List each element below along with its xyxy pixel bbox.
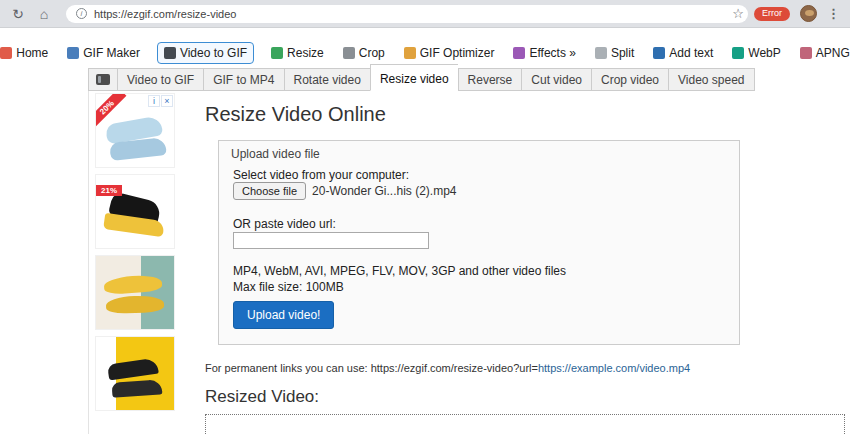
- webp-icon: [732, 47, 744, 59]
- nav-item-add-text[interactable]: Add text: [651, 43, 715, 63]
- address-bar[interactable]: i https://ezgif.com/resize-video: [66, 5, 748, 23]
- supported-formats-text: MP4, WebM, AVI, MPEG, FLV, MOV, 3GP and …: [233, 264, 566, 278]
- shoe-image: [107, 358, 159, 381]
- url-text[interactable]: https://ezgif.com/resize-video: [94, 8, 236, 20]
- ad-close-icon[interactable]: ×: [161, 95, 173, 107]
- nav-item-effects[interactable]: Effects »: [511, 43, 577, 63]
- site-info-icon[interactable]: i: [76, 8, 87, 19]
- nav-item-webp[interactable]: WebP: [730, 43, 782, 63]
- ad-image-yellow-heels[interactable]: 21%: [95, 174, 175, 249]
- add-text-icon: [653, 47, 665, 59]
- permanent-links-text: For permanent links you can use: https:/…: [205, 362, 690, 374]
- ad-sidebar: 20% i × 21%: [95, 93, 175, 411]
- upload-fieldset: Upload video file Select video from your…: [218, 140, 740, 345]
- content-divider: [88, 91, 89, 434]
- tab-cut-video[interactable]: Cut video: [521, 68, 591, 91]
- nav-label: Home: [16, 46, 48, 60]
- crop-icon: [343, 47, 355, 59]
- tab-reverse[interactable]: Reverse: [458, 68, 522, 91]
- nav-label: Effects »: [529, 46, 575, 60]
- nav-label: Crop: [359, 46, 385, 60]
- resized-video-title: Resized Video:: [205, 387, 319, 407]
- nav-label: APNG: [816, 46, 850, 60]
- nav-item-crop[interactable]: Crop: [341, 43, 387, 63]
- tool-tabs: Video to GIF GIF to MP4 Rotate video Res…: [88, 64, 755, 91]
- bookmark-star-icon[interactable]: ☆: [732, 6, 744, 21]
- discount-badge: 21%: [96, 185, 122, 196]
- optimizer-icon: [404, 47, 416, 59]
- nav-item-resize[interactable]: Resize: [269, 43, 326, 63]
- nav-label: Video to GIF: [180, 46, 247, 60]
- ad-info-icon[interactable]: i: [148, 95, 160, 107]
- permanent-links-prefix: For permanent links you can use: https:/…: [205, 362, 538, 374]
- upload-video-button[interactable]: Upload video!: [233, 301, 334, 329]
- fieldset-legend: Upload video file: [231, 147, 320, 161]
- video-url-input[interactable]: [233, 232, 429, 249]
- split-icon: [595, 47, 607, 59]
- main-nav: Home GIF Maker Video to GIF Resize Crop …: [0, 42, 850, 64]
- nav-label: GIF Optimizer: [420, 46, 495, 60]
- choose-file-button[interactable]: Choose file: [233, 182, 306, 200]
- nav-item-apng[interactable]: APNG: [798, 43, 850, 63]
- nav-item-gif-maker[interactable]: GIF Maker: [65, 43, 142, 63]
- file-input: Choose file 20-Wonder Gi...his (2).mp4: [233, 182, 457, 200]
- nav-label: WebP: [748, 46, 780, 60]
- resized-video-placeholder: [205, 414, 845, 434]
- nav-item-video-to-gif[interactable]: Video to GIF: [157, 42, 254, 64]
- tab-gif-to-mp4[interactable]: GIF to MP4: [203, 68, 283, 91]
- nav-label: GIF Maker: [83, 46, 140, 60]
- tab-resize-video[interactable]: Resize video: [370, 64, 458, 91]
- nav-item-gif-optimizer[interactable]: GIF Optimizer: [402, 43, 497, 63]
- nav-item-home[interactable]: Home: [0, 43, 50, 63]
- tab-video-speed[interactable]: Video speed: [668, 68, 755, 91]
- page: ↻ ⌂ i https://ezgif.com/resize-video ☆ E…: [0, 0, 850, 434]
- browser-menu-icon[interactable]: ⋮: [827, 6, 840, 21]
- nav-item-split[interactable]: Split: [593, 43, 636, 63]
- file-input-filename: 20-Wonder Gi...his (2).mp4: [312, 184, 457, 198]
- example-video-link[interactable]: https://example.com/video.mp4: [538, 362, 690, 374]
- effects-icon: [513, 47, 525, 59]
- tab-rotate-video[interactable]: Rotate video: [284, 68, 370, 91]
- avatar[interactable]: [800, 5, 817, 22]
- ad-image-blue-sneakers[interactable]: 20% i ×: [95, 93, 175, 168]
- tab-crop-video[interactable]: Crop video: [591, 68, 668, 91]
- paste-url-label: OR paste video url:: [233, 217, 336, 231]
- reload-icon[interactable]: ↻: [10, 7, 26, 21]
- error-badge[interactable]: Error: [754, 7, 790, 21]
- select-video-label: Select video from your computer:: [233, 168, 409, 182]
- shoe-image: [106, 295, 165, 314]
- ad-image-yellow-loafers[interactable]: [95, 255, 175, 330]
- film-icon: [96, 74, 110, 85]
- shoe-image: [112, 379, 163, 397]
- apng-icon: [800, 47, 812, 59]
- tab-video-to-gif[interactable]: Video to GIF: [117, 68, 203, 91]
- max-file-size-text: Max file size: 100MB: [233, 280, 344, 294]
- resize-icon: [271, 47, 283, 59]
- video-to-gif-icon: [164, 47, 176, 59]
- ad-image-black-shoes[interactable]: [95, 336, 175, 411]
- nav-label: Split: [611, 46, 634, 60]
- browser-chrome: ↻ ⌂ i https://ezgif.com/resize-video ☆ E…: [0, 0, 850, 28]
- nav-label: Resize: [287, 46, 324, 60]
- shoe-image: [103, 274, 162, 295]
- nav-label: Add text: [669, 46, 713, 60]
- gif-maker-icon: [67, 47, 79, 59]
- browser-home-icon[interactable]: ⌂: [36, 7, 52, 21]
- film-icon-cell: [88, 68, 117, 91]
- home-icon: [0, 47, 12, 59]
- page-title: Resize Video Online: [205, 103, 386, 126]
